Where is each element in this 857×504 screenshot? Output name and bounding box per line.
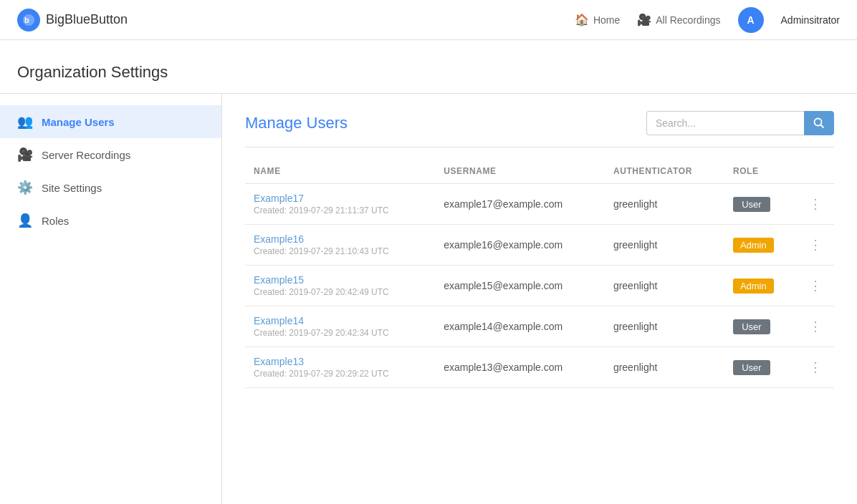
role-badge[interactable]: Admin — [733, 238, 774, 253]
table-row: Example17 Created: 2019-07-29 21:11:37 U… — [245, 184, 834, 225]
logo-area: b BigBlueButton — [17, 9, 128, 32]
all-recordings-label: All Recordings — [656, 14, 720, 26]
user-email: example16@example.com — [444, 239, 562, 251]
content-area: Manage Users NAME USERNAME AUTHENTICATOR… — [222, 94, 857, 504]
search-icon — [813, 117, 825, 129]
roles-icon: 👤 — [17, 213, 33, 228]
col-username: USERNAME — [435, 159, 605, 184]
sidebar-server-recordings-label: Server Recordings — [42, 149, 130, 161]
authenticator: greenlight — [613, 362, 658, 373]
sidebar-roles-label: Roles — [42, 215, 69, 227]
user-created: Created: 2019-07-29 21:11:37 UTC — [254, 205, 426, 215]
user-created: Created: 2019-07-29 20:42:34 UTC — [254, 328, 426, 338]
site-settings-icon: ⚙️ — [17, 180, 33, 195]
header-nav: 🏠 Home 🎥 All Recordings A Adminsitrator — [575, 7, 840, 33]
user-created: Created: 2019-07-29 21:10:43 UTC — [254, 246, 426, 256]
users-table-body: Example17 Created: 2019-07-29 21:11:37 U… — [245, 184, 834, 388]
recordings-icon: 🎥 — [637, 13, 651, 26]
all-recordings-nav-link[interactable]: 🎥 All Recordings — [637, 13, 720, 26]
user-email: example15@example.com — [444, 280, 562, 291]
home-icon: 🏠 — [575, 13, 589, 26]
authenticator: greenlight — [613, 239, 658, 251]
svg-text:b: b — [24, 16, 29, 24]
user-name[interactable]: Example13 — [254, 356, 426, 367]
logo-text: BigBlueButton — [46, 12, 128, 27]
search-input[interactable] — [646, 111, 804, 135]
home-nav-link[interactable]: 🏠 Home — [575, 13, 620, 26]
row-actions-menu[interactable]: ⋮ — [805, 196, 825, 212]
user-created: Created: 2019-07-29 20:29:22 UTC — [254, 369, 426, 379]
table-row: Example13 Created: 2019-07-29 20:29:22 U… — [245, 347, 834, 388]
sidebar-item-server-recordings[interactable]: 🎥 Server Recordings — [0, 138, 221, 171]
user-name[interactable]: Example16 — [254, 233, 426, 245]
user-created: Created: 2019-07-29 20:42:49 UTC — [254, 287, 426, 297]
role-badge[interactable]: Admin — [733, 278, 774, 294]
home-label: Home — [593, 14, 620, 26]
sidebar-item-roles[interactable]: 👤 Roles — [0, 204, 221, 237]
row-actions-menu[interactable]: ⋮ — [805, 278, 825, 294]
page-header: Organization Settings — [0, 40, 857, 94]
table-row: Example15 Created: 2019-07-29 20:42:49 U… — [245, 266, 834, 306]
content-title: Manage Users — [245, 114, 348, 132]
server-recordings-icon: 🎥 — [17, 147, 33, 163]
col-name: NAME — [245, 159, 435, 184]
sidebar-manage-users-label: Manage Users — [42, 116, 115, 128]
role-badge[interactable]: User — [733, 197, 770, 212]
role-badge[interactable]: User — [733, 360, 770, 375]
sidebar-site-settings-label: Site Settings — [42, 182, 102, 194]
user-name[interactable]: Example17 — [254, 193, 426, 204]
user-email: example14@example.com — [444, 321, 562, 332]
table-row: Example16 Created: 2019-07-29 21:10:43 U… — [245, 225, 834, 266]
avatar-letter: A — [747, 14, 754, 26]
row-actions-menu[interactable]: ⋮ — [805, 237, 825, 253]
sidebar-item-site-settings[interactable]: ⚙️ Site Settings — [0, 171, 221, 204]
user-email: example17@example.com — [444, 198, 562, 210]
svg-line-3 — [821, 125, 824, 128]
sidebar-item-manage-users[interactable]: 👥 Manage Users — [0, 105, 221, 138]
search-wrapper — [646, 111, 834, 135]
authenticator: greenlight — [613, 280, 658, 291]
sidebar: 👥 Manage Users 🎥 Server Recordings ⚙️ Si… — [0, 94, 222, 504]
row-actions-menu[interactable]: ⋮ — [805, 359, 825, 375]
search-button[interactable] — [804, 111, 834, 135]
users-table: NAME USERNAME AUTHENTICATOR ROLE Example… — [245, 159, 834, 388]
col-authenticator: AUTHENTICATOR — [605, 159, 724, 184]
user-avatar[interactable]: A — [738, 7, 764, 33]
user-name[interactable]: Example14 — [254, 315, 426, 326]
manage-users-icon: 👥 — [17, 114, 33, 130]
user-name[interactable]: Example15 — [254, 274, 426, 286]
table-header: NAME USERNAME AUTHENTICATOR ROLE — [245, 159, 834, 184]
authenticator: greenlight — [613, 321, 658, 332]
content-header: Manage Users — [245, 111, 834, 147]
col-actions — [797, 159, 834, 184]
row-actions-menu[interactable]: ⋮ — [805, 319, 825, 334]
table-row: Example14 Created: 2019-07-29 20:42:34 U… — [245, 306, 834, 347]
logo-icon: b — [17, 9, 40, 32]
user-email: example13@example.com — [444, 362, 562, 373]
main-header: b BigBlueButton 🏠 Home 🎥 All Recordings … — [0, 0, 857, 40]
page-title: Organization Settings — [17, 63, 840, 82]
col-role: ROLE — [724, 159, 797, 184]
authenticator: greenlight — [613, 198, 658, 210]
admin-name[interactable]: Adminsitrator — [781, 14, 840, 26]
role-badge[interactable]: User — [733, 319, 770, 334]
main-layout: 👥 Manage Users 🎥 Server Recordings ⚙️ Si… — [0, 94, 857, 504]
